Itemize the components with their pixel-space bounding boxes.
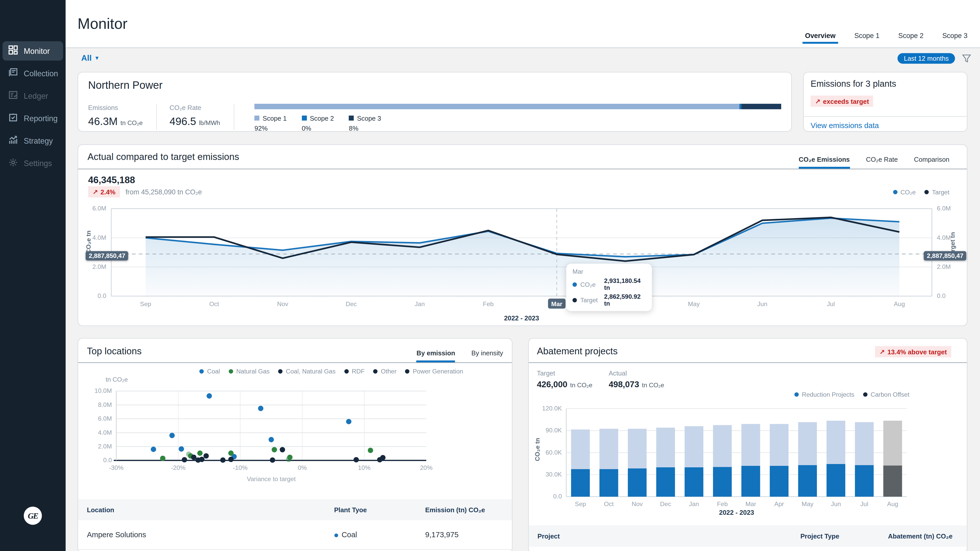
scatter-point[interactable] — [272, 447, 277, 452]
above-target-badge: ↗ 13.4% above target — [875, 346, 951, 357]
card-title: Top locations — [87, 345, 142, 356]
y-tick: 60.0K — [546, 449, 562, 456]
scatter-point[interactable] — [228, 451, 234, 456]
legend-coal[interactable]: Coal — [200, 368, 220, 375]
bar-segment-reduction[interactable] — [656, 467, 675, 497]
bar-segment-offset[interactable] — [827, 421, 845, 464]
bar-segment-reduction[interactable] — [571, 469, 590, 497]
bar-segment-reduction[interactable] — [628, 468, 646, 497]
legend-target[interactable]: Target — [924, 189, 950, 196]
top-locations-card: Top locations By emission By inensity Co… — [78, 338, 512, 551]
tab-by-intensity[interactable]: By inensity — [471, 349, 503, 362]
scatter-point[interactable] — [228, 457, 234, 462]
scope-breakdown: Scope 1 92% Scope 2 0% Scope 3 8% — [247, 104, 781, 132]
scatter-point[interactable] — [160, 456, 165, 461]
tooltip-month: Mar — [573, 268, 646, 275]
trend-up-icon: ↗ — [815, 97, 821, 105]
legend-other[interactable]: Other — [373, 368, 396, 375]
bar-segment-offset[interactable] — [741, 424, 760, 466]
tab-comparison[interactable]: Comparison — [914, 156, 950, 168]
month-label: Jun — [757, 300, 767, 307]
tab-overview[interactable]: Overview — [805, 32, 835, 48]
scatter-point[interactable] — [287, 454, 293, 460]
legend-coal-natural-gas[interactable]: Coal, Natural Gas — [278, 368, 336, 375]
sidebar-item-monitor[interactable]: Monitor — [3, 41, 63, 61]
bar-segment-reduction[interactable] — [855, 465, 873, 497]
bar-segment-offset[interactable] — [770, 424, 788, 466]
legend-rdf[interactable]: RDF — [344, 368, 365, 375]
sidebar-item-collection[interactable]: Collection — [3, 64, 63, 83]
scatter-point[interactable] — [353, 457, 359, 462]
bar-segment-reduction[interactable] — [685, 467, 703, 497]
scatter-point[interactable] — [197, 451, 203, 456]
scatter-point[interactable] — [179, 446, 184, 452]
col-project: Project — [529, 526, 792, 547]
legend-power-generation[interactable]: Power Generation — [405, 368, 463, 375]
scatter-point[interactable] — [270, 457, 275, 463]
bar-segment-offset[interactable] — [713, 425, 732, 467]
x-tick: -10% — [233, 464, 248, 471]
scatter-point[interactable] — [368, 448, 373, 453]
bar-segment-offset[interactable] — [571, 430, 590, 469]
y-tick: 90.0K — [546, 427, 562, 433]
legend-co2e[interactable]: CO₂e — [893, 189, 916, 196]
tab-scope-2[interactable]: Scope 2 — [898, 32, 924, 48]
sidebar-item-label: Ledger — [24, 92, 48, 100]
target-dot-icon — [924, 190, 929, 194]
tab-scope-1[interactable]: Scope 1 — [854, 32, 880, 48]
other-dot-icon — [373, 369, 378, 373]
scatter-point[interactable] — [280, 447, 285, 452]
bar-segment-reduction[interactable] — [741, 466, 760, 497]
sidebar-item-ledger[interactable]: Ledger — [3, 86, 63, 106]
legend-natural-gas[interactable]: Natural Gas — [229, 368, 269, 375]
tab-co2e-emissions[interactable]: CO₂e Emissions — [799, 156, 850, 168]
bar-segment-offset[interactable] — [628, 429, 646, 468]
bar-segment-offset[interactable] — [600, 429, 618, 469]
scatter-point[interactable] — [220, 457, 226, 463]
bar-segment-reduction[interactable] — [883, 465, 902, 497]
scatter-point[interactable] — [207, 393, 212, 399]
exceeds-target-badge: ↗ exceeds target — [811, 96, 873, 107]
scatter-point[interactable] — [199, 457, 204, 462]
scatter-point[interactable] — [169, 433, 175, 438]
table-row[interactable]: Ampere Solutions Coal 9,173,975 — [78, 520, 512, 549]
scatter-point[interactable] — [151, 447, 156, 452]
bar-segment-reduction[interactable] — [713, 467, 732, 497]
scope-3-segment — [741, 104, 781, 110]
scatter-point[interactable] — [346, 419, 352, 424]
col-abatement: Abatement (tn) CO₂e — [879, 526, 967, 547]
legend-reduction-projects[interactable]: Reduction Projects — [794, 391, 854, 398]
ledger-icon — [8, 90, 18, 102]
tab-by-emission[interactable]: By emission — [417, 349, 455, 362]
scatter-point[interactable] — [204, 453, 209, 459]
time-range-pill[interactable]: Last 12 months — [897, 53, 955, 64]
scatter-point[interactable] — [380, 455, 386, 460]
y-tick-right: 6.0M — [937, 205, 951, 212]
bar-segment-offset[interactable] — [855, 422, 873, 465]
header-tabs: Overview Scope 1 Scope 2 Scope 3 — [805, 32, 967, 48]
view-emissions-data-link[interactable]: View emissions data — [811, 121, 879, 130]
bar-segment-offset[interactable] — [883, 421, 902, 465]
scope-dropdown[interactable]: All ▾ — [81, 53, 99, 62]
bar-segment-offset[interactable] — [685, 426, 703, 467]
bar-segment-reduction[interactable] — [798, 465, 817, 497]
tab-scope-3[interactable]: Scope 3 — [942, 32, 967, 48]
scatter-point[interactable] — [269, 437, 274, 442]
sidebar-item-strategy[interactable]: Strategy — [3, 131, 63, 151]
reference-value-badge-left: 2,887,850,47 — [86, 251, 128, 260]
filter-icon[interactable] — [962, 54, 971, 66]
change-note: from 45,258,090 tn CO₂e — [126, 188, 202, 195]
tab-co2e-rate[interactable]: CO₂e Rate — [866, 156, 897, 168]
bar-segment-reduction[interactable] — [600, 469, 618, 497]
bar-segment-reduction[interactable] — [770, 466, 788, 497]
month-label: Jan — [689, 500, 699, 507]
bar-segment-reduction[interactable] — [827, 464, 845, 497]
sidebar-item-reporting[interactable]: Reporting — [3, 109, 63, 128]
cell-emission: 9,173,975 — [417, 520, 512, 549]
sidebar-item-settings[interactable]: Settings — [3, 154, 63, 173]
bar-segment-offset[interactable] — [798, 422, 817, 465]
bar-segment-offset[interactable] — [656, 427, 675, 467]
scatter-point[interactable] — [182, 457, 187, 462]
legend-carbon-offset[interactable]: Carbon Offset — [863, 391, 909, 398]
scatter-point[interactable] — [258, 406, 263, 411]
